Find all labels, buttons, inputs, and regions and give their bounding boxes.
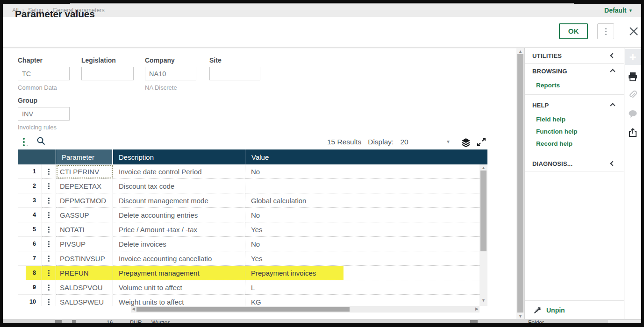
cell-parameter[interactable]: PREFUN xyxy=(56,266,113,280)
section-diagnosis[interactable]: DIAGNOSIS... xyxy=(525,156,624,171)
table-row[interactable]: 2 DEPEXETAX Discount tax code xyxy=(18,179,479,193)
cell-description[interactable]: Price / Amount +tax / -tax xyxy=(113,222,245,237)
display-dropdown-icon[interactable]: ▾ xyxy=(447,138,450,145)
cell-value[interactable]: No xyxy=(245,237,479,251)
cell-description[interactable]: Discount tax code xyxy=(113,179,245,193)
breadcrumb-bar: All › Setup › General parameters Default… xyxy=(3,4,641,17)
page-header xyxy=(3,17,641,47)
cell-value[interactable] xyxy=(245,179,479,193)
table-row[interactable]: 8 PREFUN Prepayment management Prepaymen… xyxy=(18,266,479,280)
page-vscroll-thumb[interactable] xyxy=(517,54,523,313)
cell-parameter[interactable]: GASSUP xyxy=(56,208,113,222)
cell-description[interactable]: Prepayment management xyxy=(113,266,245,280)
cell-parameter[interactable]: CTLPERINV xyxy=(56,164,113,179)
scroll-right-icon[interactable]: ▶ xyxy=(475,306,479,311)
cell-parameter[interactable]: POSTINVSUP xyxy=(56,251,113,266)
row-menu-icon[interactable] xyxy=(42,222,56,237)
row-menu-icon[interactable] xyxy=(42,266,56,280)
parameters-table: Parameter Description Value xyxy=(18,149,487,164)
link-function-help[interactable]: Function help xyxy=(525,125,624,137)
table-vertical-scrollbar[interactable]: ▲ ▼ xyxy=(479,164,487,306)
row-number: 3 xyxy=(18,193,42,208)
search-icon[interactable] xyxy=(36,136,46,148)
page-title: Parameter values xyxy=(15,8,95,20)
cell-parameter[interactable]: SALDSPWEU xyxy=(56,295,113,306)
table-row[interactable]: 1 CTLPERINV Invoice date control Period … xyxy=(18,164,479,179)
cell-description[interactable]: Delete invoices xyxy=(113,237,245,251)
cell-description[interactable]: Invoice date control Period xyxy=(113,164,245,179)
close-icon[interactable] xyxy=(627,25,640,38)
row-menu-icon[interactable] xyxy=(42,237,56,251)
row-menu-icon[interactable] xyxy=(42,295,56,306)
page-vertical-scrollbar[interactable]: ▲ ▼ xyxy=(516,48,524,319)
chapter-field[interactable] xyxy=(18,67,70,80)
unpin-button[interactable]: Unpin xyxy=(525,300,624,319)
cell-value[interactable]: Yes xyxy=(245,251,479,266)
table-horizontal-scrollbar[interactable]: ◀ ▶ xyxy=(131,306,479,313)
cell-parameter[interactable]: PIVSUP xyxy=(56,237,113,251)
row-menu-icon[interactable] xyxy=(42,193,56,208)
table-row[interactable]: 5 NOTATI Price / Amount +tax / -tax Yes xyxy=(18,222,479,237)
row-menu-icon[interactable] xyxy=(42,208,56,222)
expand-icon[interactable] xyxy=(477,137,486,149)
print-icon[interactable] xyxy=(628,71,638,84)
header-value[interactable]: Value xyxy=(246,149,479,164)
legislation-field[interactable] xyxy=(81,67,134,80)
page-scroll-down-icon[interactable]: ▼ xyxy=(518,314,522,319)
ok-button[interactable]: OK xyxy=(559,23,588,39)
cell-description[interactable]: Delete accounting entries xyxy=(113,208,245,222)
cell-value[interactable]: Yes xyxy=(245,222,479,237)
link-record-help[interactable]: Record help xyxy=(525,137,624,149)
group-field[interactable] xyxy=(18,107,70,121)
share-icon[interactable] xyxy=(628,128,638,140)
cell-parameter[interactable]: SALDSPVOU xyxy=(56,280,113,295)
cell-description[interactable]: Volume unit to affect xyxy=(113,280,245,295)
cell-description[interactable]: Invoice accounting cancellatio xyxy=(113,251,245,266)
comment-icon[interactable] xyxy=(628,109,638,121)
cell-value[interactable]: Prepayment invoices xyxy=(245,266,479,280)
table-row[interactable]: 3 DEPMGTMOD Discount management mode Glo… xyxy=(18,193,479,208)
row-menu-icon[interactable] xyxy=(42,164,56,179)
page-scroll-up-icon[interactable]: ▲ xyxy=(518,49,522,54)
profile-dropdown[interactable]: Default ▾ xyxy=(604,7,632,14)
table-row[interactable]: 7 POSTINVSUP Invoice accounting cancella… xyxy=(18,251,479,266)
table-row[interactable]: 9 SALDSPVOU Volume unit to affect L xyxy=(18,280,479,295)
cell-description[interactable]: Weight units to affect xyxy=(113,295,245,306)
cell-parameter[interactable]: NOTATI xyxy=(56,222,113,237)
cell-value[interactable]: No xyxy=(245,164,479,179)
layers-icon[interactable] xyxy=(460,137,472,150)
link-field-help[interactable]: Field help xyxy=(525,113,624,125)
header-parameter[interactable]: Parameter xyxy=(56,149,113,164)
scroll-down-icon[interactable]: ▼ xyxy=(481,298,486,303)
table-row[interactable]: 4 GASSUP Delete accounting entries No xyxy=(18,208,479,222)
cell-value[interactable]: L xyxy=(245,280,479,295)
cell-description[interactable]: Discount management mode xyxy=(113,193,245,208)
display-value[interactable]: 20 xyxy=(400,138,408,146)
row-menu-icon[interactable] xyxy=(42,179,56,193)
add-icon[interactable]: + xyxy=(625,49,641,65)
company-field[interactable] xyxy=(145,67,196,80)
table-row[interactable]: 6 PIVSUP Delete invoices No xyxy=(18,237,479,251)
section-utilities[interactable]: UTILITIES xyxy=(525,48,624,64)
section-help[interactable]: HELP xyxy=(525,98,624,113)
window-right-edge xyxy=(641,0,644,327)
more-options-button[interactable] xyxy=(597,23,614,39)
attachment-icon[interactable] xyxy=(628,90,638,102)
grid-menu-button[interactable] xyxy=(21,137,30,147)
table-vscroll-thumb[interactable] xyxy=(480,171,487,251)
cell-parameter[interactable]: DEPEXETAX xyxy=(56,179,113,193)
header-description[interactable]: Description xyxy=(113,149,246,164)
link-reports[interactable]: Reports xyxy=(525,79,624,91)
cell-value[interactable]: KG xyxy=(245,295,479,306)
cell-value[interactable]: Global calculation xyxy=(245,193,479,208)
cell-parameter[interactable]: DEPMGTMOD xyxy=(56,193,113,208)
table-hscroll-thumb[interactable] xyxy=(136,307,350,312)
section-browsing[interactable]: BROWSING xyxy=(525,64,624,79)
site-field[interactable] xyxy=(209,67,260,80)
row-menu-icon[interactable] xyxy=(42,280,56,295)
cell-value[interactable]: No xyxy=(245,208,479,222)
scroll-left-icon[interactable]: ◀ xyxy=(132,306,135,311)
table-row[interactable]: 10 SALDSPWEU Weight units to affect KG xyxy=(18,295,479,306)
scroll-up-icon[interactable]: ▲ xyxy=(481,165,486,170)
row-menu-icon[interactable] xyxy=(42,251,56,266)
